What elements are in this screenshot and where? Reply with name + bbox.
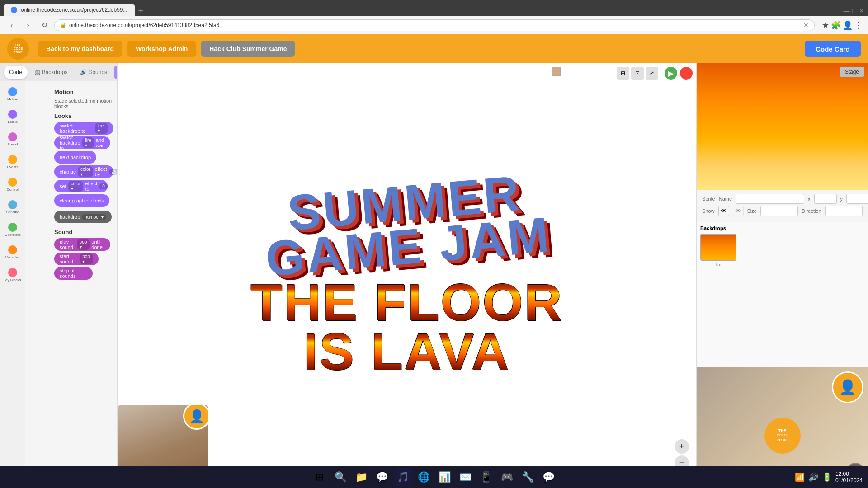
sidebar-item-myblocks[interactable]: My Blocks bbox=[2, 264, 24, 286]
browser-minimize[interactable]: — bbox=[844, 7, 850, 14]
direction-input[interactable] bbox=[825, 206, 863, 216]
block-backdrop-number[interactable]: backdrop number ▾ bbox=[54, 211, 112, 223]
sidebar-item-looks[interactable]: Looks bbox=[2, 106, 24, 127]
sprite-name-input[interactable] bbox=[736, 194, 804, 204]
until-done: until done bbox=[91, 239, 105, 250]
active-tab[interactable]: online.thecodezone.co.uk/project/62deb59… bbox=[4, 4, 135, 16]
blocks-panel: Code 🖼 Backdrops 🔊 Sounds File Motion bbox=[0, 63, 118, 488]
block-change-color[interactable]: change color ▾ effect by 25 bbox=[54, 165, 113, 178]
back-button[interactable]: ‹ bbox=[5, 19, 18, 32]
floor-line2: IS LAVA bbox=[250, 327, 563, 376]
url-text: online.thecodezone.co.uk/project/62deb59… bbox=[69, 22, 219, 28]
address-bar[interactable]: 🔒 online.thecodezone.co.uk/project/62deb… bbox=[54, 19, 815, 31]
tab-code[interactable]: Code bbox=[4, 66, 28, 79]
sidebar-item-sound[interactable]: Sound bbox=[2, 128, 24, 150]
stage-tab-btn[interactable]: Stage bbox=[840, 67, 864, 77]
effect-value2[interactable]: 0 bbox=[99, 183, 108, 189]
taskbar-app2[interactable]: 🎮 bbox=[498, 468, 516, 486]
browser-maximize[interactable]: □ bbox=[853, 7, 856, 14]
operators-dot bbox=[8, 223, 17, 232]
show-eye-closed[interactable]: 👁 bbox=[733, 206, 744, 216]
menu-icon[interactable]: ⋮ bbox=[854, 20, 863, 30]
taskbar-windows[interactable]: ⊞ bbox=[311, 468, 329, 486]
taskbar-search[interactable]: 🔍 bbox=[331, 468, 349, 486]
show-eye-open[interactable]: 👁 bbox=[718, 206, 729, 216]
sidebar-item-motion[interactable]: Motion bbox=[2, 83, 24, 105]
workshop-admin-button[interactable]: Workshop Admin bbox=[127, 41, 196, 57]
sidebar-item-operators[interactable]: Operators bbox=[2, 219, 24, 240]
block-switch-backdrop[interactable]: switch backdrop to fire ▾ bbox=[54, 122, 113, 135]
layout-mode-btn1[interactable]: ⊟ bbox=[617, 67, 629, 80]
block-start-sound[interactable]: start sound pop ▾ bbox=[54, 253, 99, 265]
block-clear-effects[interactable]: clear graphic effects bbox=[54, 194, 109, 207]
browser-close[interactable]: ✕ bbox=[859, 7, 864, 14]
block-play-sound[interactable]: play sound pop ▾ until done bbox=[54, 238, 110, 251]
block-stop-all-sounds[interactable]: stop all sounds bbox=[54, 267, 93, 280]
taskbar-volume[interactable]: 🔊 bbox=[808, 472, 818, 482]
myblocks-label: My Blocks bbox=[5, 278, 21, 282]
taskbar-app1[interactable]: 📱 bbox=[477, 468, 495, 486]
zoom-in-btn[interactable]: + bbox=[675, 439, 689, 454]
effect-value[interactable]: 25 bbox=[109, 169, 118, 175]
floor-line1: THE FLOOR bbox=[250, 278, 563, 327]
tab-sounds[interactable]: 🔊 Sounds bbox=[75, 66, 113, 79]
taskbar-office[interactable]: 📊 bbox=[435, 468, 453, 486]
dropdown-fire2[interactable]: fire ▾ bbox=[82, 137, 94, 148]
sidebar-item-events[interactable]: Events bbox=[2, 151, 24, 173]
block-switch-backdrop-wait[interactable]: switch backdrop to fire ▾ and wait bbox=[54, 136, 110, 149]
reload-button[interactable]: ↻ bbox=[38, 19, 51, 32]
block-next-backdrop[interactable]: next backdrop bbox=[54, 151, 96, 164]
extensions-icon[interactable]: 🧩 bbox=[831, 20, 841, 30]
taskbar-files[interactable]: 📁 bbox=[352, 468, 370, 486]
dropdown-color[interactable]: color ▾ bbox=[78, 166, 93, 177]
layout-mode-btn2[interactable]: ⊡ bbox=[631, 67, 644, 80]
size-label: Size bbox=[747, 208, 757, 214]
browser-tab-bar: online.thecodezone.co.uk/project/62deb59… bbox=[0, 0, 868, 16]
events-label: Events bbox=[7, 165, 18, 169]
code-card-button[interactable]: Code Card bbox=[805, 41, 861, 57]
file-button[interactable]: File bbox=[114, 66, 118, 79]
y-coord-input[interactable] bbox=[846, 194, 868, 204]
tab-backdrops[interactable]: 🖼 Backdrops bbox=[29, 66, 73, 79]
dropdown-pop[interactable]: pop ▾ bbox=[77, 239, 90, 250]
dropdown-pop2[interactable]: pop ▾ bbox=[80, 253, 93, 264]
profile-icon[interactable]: 👤 bbox=[843, 20, 853, 30]
sidebar-item-sensing[interactable]: Sensing bbox=[2, 196, 24, 218]
myblocks-dot bbox=[8, 268, 17, 277]
effect-by: effect by bbox=[95, 166, 107, 177]
fullscreen-btn[interactable]: ⤢ bbox=[646, 67, 658, 80]
sidebar-item-variables[interactable]: Variables bbox=[2, 241, 24, 263]
game-title-container: SUMMER GAME JAM THE FLOOR IS LAVA bbox=[250, 186, 563, 376]
x-coord-input[interactable] bbox=[814, 194, 837, 204]
new-tab-btn[interactable]: + bbox=[138, 6, 144, 16]
sidebar-item-control[interactable]: Control bbox=[2, 174, 24, 195]
block-label3: next backdrop bbox=[60, 155, 91, 160]
dropdown-fire[interactable]: fire ▾ bbox=[95, 123, 108, 134]
dropdown-number[interactable]: number ▾ bbox=[82, 214, 106, 220]
stop-button[interactable] bbox=[680, 67, 693, 80]
hack-club-button[interactable]: Hack Club Summer Game bbox=[201, 41, 295, 57]
right-panel: Stage Sprite Name x y Show 👁 👁 Size Dire… bbox=[696, 63, 868, 488]
forward-button[interactable]: › bbox=[22, 19, 34, 32]
bookmark-icon[interactable]: ★ bbox=[822, 20, 829, 30]
taskbar-mail[interactable]: ✉️ bbox=[456, 468, 474, 486]
motion-section-title: Motion bbox=[54, 89, 113, 95]
browser-toolbar: ‹ › ↻ 🔒 online.thecodezone.co.uk/project… bbox=[0, 16, 868, 34]
backdrop-item-fire[interactable]: fire bbox=[700, 234, 736, 267]
taskbar-discord[interactable]: 💬 bbox=[539, 468, 557, 486]
taskbar-network[interactable]: 📶 bbox=[795, 472, 805, 482]
stage-preview: Stage bbox=[697, 63, 868, 190]
taskbar-teams[interactable]: 💬 bbox=[373, 468, 391, 486]
green-flag-button[interactable]: ▶ bbox=[665, 67, 677, 80]
size-input[interactable] bbox=[760, 206, 798, 216]
stage-control-bar: ⊟ ⊡ ⤢ ▶ bbox=[617, 67, 693, 80]
close-url-icon[interactable]: ✕ bbox=[803, 22, 809, 29]
taskbar-browser[interactable]: 🌐 bbox=[415, 468, 433, 486]
taskbar-battery[interactable]: 🔋 bbox=[822, 472, 832, 482]
app-header: THE CODE ZONE Back to my dashboard Works… bbox=[0, 34, 868, 63]
dropdown-color2[interactable]: color ▾ bbox=[68, 181, 84, 192]
block-set-color[interactable]: set color ▾ effect to 0 bbox=[54, 180, 108, 192]
taskbar-media[interactable]: 🎵 bbox=[394, 468, 412, 486]
taskbar-app3[interactable]: 🔧 bbox=[519, 468, 537, 486]
back-to-dashboard-button[interactable]: Back to my dashboard bbox=[38, 41, 122, 57]
